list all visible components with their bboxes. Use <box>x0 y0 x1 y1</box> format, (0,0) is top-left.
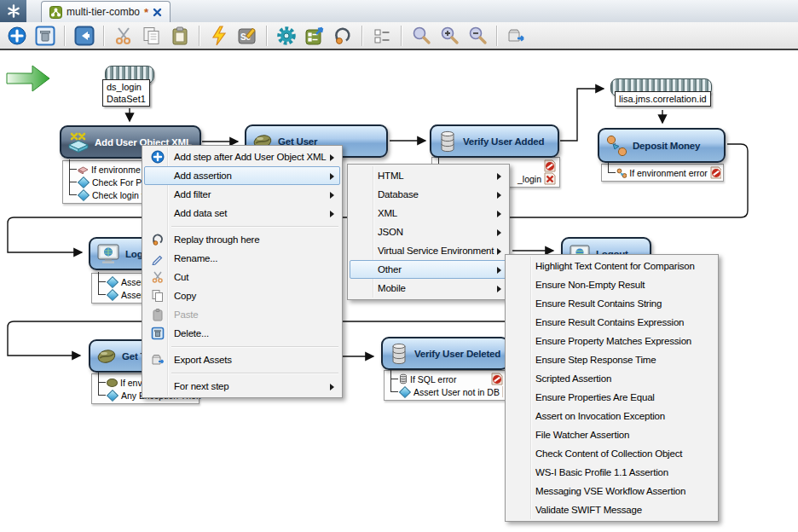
dataset-label-ds-login: ds_loginDataSet1 <box>102 79 150 107</box>
database-mini-icon <box>399 373 408 385</box>
no-entry-badge-icon <box>710 166 721 179</box>
menu-item-add-step-after[interactable]: Add step after Add User Object XML <box>144 147 340 166</box>
assertion-diamond-icon <box>107 275 119 287</box>
toolbar-separator <box>103 26 104 46</box>
messaging-icon <box>605 134 627 158</box>
export-package-button[interactable] <box>505 24 528 47</box>
menu-item-export-assets[interactable]: Export Assets <box>144 350 340 369</box>
menu-item-xml[interactable]: XML <box>350 204 507 223</box>
menu-item-delete[interactable]: Delete... <box>144 324 340 343</box>
start-arrow <box>7 66 49 91</box>
submenu-arrow-icon <box>497 248 501 255</box>
rename-icon <box>147 252 168 265</box>
replay-button[interactable] <box>331 24 354 47</box>
copy-button[interactable] <box>140 24 163 47</box>
menu-separator <box>171 373 338 373</box>
navigate-back-button[interactable] <box>72 24 95 47</box>
menu-item-assert-on-invocation-exception[interactable]: Assert on Invocation Exception <box>507 407 716 425</box>
export-assets-icon <box>147 353 168 367</box>
paste-icon <box>147 308 168 321</box>
list-item[interactable]: If SQL error <box>399 373 503 385</box>
dataset-label-jms-correlation: lisa.jms.correlation.id <box>615 91 711 107</box>
java-bean-icon <box>96 347 117 366</box>
menu-item-ensure-step-response-time[interactable]: Ensure Step Response Time <box>507 350 716 369</box>
menu-item-ensure-non-empty-result[interactable]: Ensure Non-Empty Result <box>507 275 716 294</box>
layout-options-button[interactable] <box>370 24 393 47</box>
submenu-arrow-icon <box>330 173 334 180</box>
submenu-arrow-icon <box>497 192 501 199</box>
java-bean-mini-icon <box>107 379 118 387</box>
menu-item-ensure-result-contains-expression[interactable]: Ensure Result Contains Expression <box>507 313 716 332</box>
submenu-arrow-icon <box>330 384 334 390</box>
step-node-verify-user-added[interactable]: Verify User Added <box>430 124 559 158</box>
app-window: multi-tier-combo * <box>0 0 798 532</box>
toolbar-separator <box>199 26 200 46</box>
menu-item-ensure-property-matches-expression[interactable]: Ensure Property Matches Expression <box>507 332 716 350</box>
step-node-verify-user-deleted[interactable]: Verify User Deleted <box>381 337 509 370</box>
menu-item-highlight-text-content[interactable]: Highlight Text Content for Comparison <box>507 257 716 275</box>
menu-item-mobile[interactable]: Mobile <box>350 279 507 298</box>
modified-indicator: * <box>144 6 148 19</box>
database-icon <box>389 342 409 366</box>
web-page-icon <box>96 243 120 265</box>
menu-item-scripted-assertion[interactable]: Scripted Assertion <box>507 369 716 388</box>
toolbar-separator <box>64 26 65 46</box>
menu-item-ensure-properties-are-equal[interactable]: Ensure Properties Are Equal <box>507 388 716 407</box>
assertions-panel-verify-deleted: If SQL error Assert User not in DB <box>384 370 506 401</box>
menu-item-replay-through-here[interactable]: Replay through here <box>144 230 340 249</box>
menu-item-messaging-vse-workflow-assertion[interactable]: Messaging VSE Workflow Assertion <box>507 482 716 500</box>
menu-item-for-next-step[interactable]: For next step <box>144 377 340 396</box>
submenu-arrow-icon <box>497 173 501 180</box>
submenu-arrow-icon <box>497 211 501 217</box>
close-tab-icon[interactable] <box>153 8 162 17</box>
toolbar-separator <box>361 26 362 46</box>
cut-icon <box>147 270 168 284</box>
menu-separator <box>171 226 338 227</box>
assertion-diamond-icon <box>107 288 119 300</box>
tab-label: multi-tier-combo <box>66 6 140 18</box>
menu-item-rename[interactable]: Rename... <box>144 249 340 268</box>
menu-item-paste[interactable]: Paste <box>144 305 340 324</box>
settings-gear-button[interactable] <box>275 24 298 47</box>
submenu-arrow-icon <box>497 267 501 274</box>
menu-item-cut[interactable]: Cut <box>144 268 340 286</box>
menu-item-validate-swift-message[interactable]: Validate SWIFT Message <box>507 500 716 519</box>
menu-item-virtual-service-environment[interactable]: Virtual Service Environment <box>350 241 507 260</box>
export-model-button[interactable] <box>303 24 326 47</box>
step-node-deposit-money[interactable]: Deposit Money <box>598 128 726 163</box>
step-title: Deposit Money <box>633 141 700 151</box>
paste-button[interactable] <box>168 24 191 47</box>
submenu-arrow-icon <box>497 229 501 236</box>
menu-item-json[interactable]: JSON <box>350 223 507 241</box>
selenium-export-button[interactable]: Se <box>235 24 258 47</box>
tab-multi-tier-combo[interactable]: multi-tier-combo * <box>41 1 171 22</box>
menu-item-database[interactable]: Database <box>350 185 507 204</box>
menu-item-file-watcher-assertion[interactable]: File Watcher Assertion <box>507 425 716 444</box>
list-item[interactable]: Assert User not in DB <box>399 385 503 398</box>
zoom-in-button[interactable] <box>437 24 460 47</box>
menu-item-wsi-basic-profile-assertion[interactable]: WS-I Basic Profile 1.1 Assertion <box>507 463 716 482</box>
assertion-diamond-icon <box>78 188 90 200</box>
menu-item-add-assertion[interactable]: Add assertion <box>144 166 340 185</box>
menu-item-html[interactable]: HTML <box>350 166 507 185</box>
context-menu: Add step after Add User Object XML Add a… <box>142 145 343 398</box>
zoom-out-button[interactable] <box>466 24 489 47</box>
delete-step-button[interactable] <box>33 24 56 47</box>
zoom-button[interactable] <box>409 24 432 47</box>
menu-item-add-filter[interactable]: Add filter <box>144 185 340 204</box>
menu-item-ensure-result-contains-string[interactable]: Ensure Result Contains String <box>507 294 716 313</box>
step-title: Verify User Deleted <box>414 349 500 359</box>
assertions-panel-deposit: If environment error <box>601 164 724 182</box>
menu-item-other[interactable]: Other <box>350 260 507 279</box>
list-item[interactable]: If environment error <box>616 166 721 179</box>
menu-item-check-content-of-collection-object[interactable]: Check Content of Collection Object <box>507 444 716 463</box>
submenu-arrow-icon <box>497 286 501 292</box>
submenu-arrow-icon <box>330 211 334 217</box>
menu-item-copy[interactable]: Copy <box>144 286 340 305</box>
delete-icon <box>147 327 168 340</box>
cut-button[interactable] <box>112 24 135 47</box>
menu-item-add-data-set[interactable]: Add data set <box>144 204 340 223</box>
assertion-diamond-icon <box>399 385 411 397</box>
add-step-button[interactable] <box>5 24 28 47</box>
run-button[interactable] <box>207 24 230 47</box>
